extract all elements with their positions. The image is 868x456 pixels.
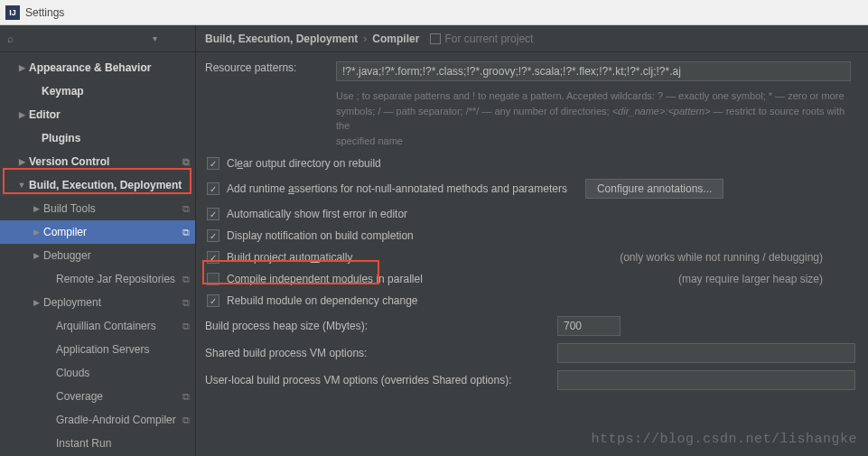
configure-annotations-button[interactable]: Configure annotations...	[585, 179, 723, 199]
sidebar-item[interactable]: ▶Appearance & Behavior	[0, 56, 195, 79]
row-shared-vm: Shared build process VM options:	[205, 343, 859, 363]
checkbox-label[interactable]: Build project automatically	[227, 251, 352, 264]
sidebar-item-label: Application Servers	[56, 343, 149, 356]
sidebar-item[interactable]: Arquillian Containers⧉	[0, 314, 195, 338]
sidebar-item-label: Debugger	[43, 249, 91, 262]
copy-icon: ⧉	[182, 203, 190, 215]
sidebar-item-label: Gradle-Android Compiler	[56, 414, 176, 426]
copy-icon: ⧉	[182, 156, 190, 168]
main: ⌕ ▾ ▶Appearance & BehaviorKeymap▶EditorP…	[0, 25, 868, 456]
check-row: Display notification on build completion	[205, 229, 859, 242]
checkbox-label[interactable]: Compile independent modules in parallel	[227, 273, 423, 285]
sidebar-item[interactable]: ▶Debugger	[0, 244, 195, 267]
sidebar-item[interactable]: ▼Build, Execution, Deployment	[0, 173, 195, 197]
chevron-right-icon[interactable]: ▶	[31, 228, 42, 237]
patterns-hint: Use ; to separate patterns and ! to nega…	[336, 88, 859, 148]
heap-label: Build process heap size (Mbytes):	[205, 320, 557, 332]
window-title: Settings	[25, 6, 64, 19]
checkbox[interactable]	[207, 229, 219, 242]
user-vm-label: User-local build process VM options (ove…	[205, 374, 557, 386]
titlebar: IJ Settings	[0, 0, 868, 25]
checkbox-label[interactable]: Automatically show first error in editor	[227, 208, 407, 220]
sidebar-item[interactable]: ▶Compiler⧉	[0, 220, 195, 244]
sidebar-item[interactable]: Clouds	[0, 361, 195, 385]
sidebar-item[interactable]: Remote Jar Repositories⧉	[0, 267, 195, 291]
sidebar-item-label: Arquillian Containers	[56, 320, 156, 332]
chevron-right-icon[interactable]: ▶	[31, 298, 42, 307]
checkbox[interactable]	[207, 273, 219, 285]
sidebar: ⌕ ▾ ▶Appearance & BehaviorKeymap▶EditorP…	[0, 25, 196, 456]
chevron-right-icon[interactable]: ▶	[31, 204, 42, 213]
search-icon: ⌕	[7, 33, 14, 45]
chevron-right-icon[interactable]: ▶	[16, 63, 27, 72]
chevron-down-icon[interactable]: ▼	[16, 181, 27, 190]
content: Build, Execution, Deployment › Compiler …	[196, 25, 868, 456]
check-row: Rebuild module on dependency change	[205, 294, 859, 307]
row-user-vm: User-local build process VM options (ove…	[205, 370, 859, 390]
copy-icon: ⧉	[182, 274, 190, 285]
row-resource-patterns: Resource patterns:	[205, 61, 859, 81]
check-note: (may require larger heap size)	[678, 273, 859, 285]
shared-vm-label: Shared build process VM options:	[205, 347, 557, 359]
form: Resource patterns: Use ; to separate pat…	[196, 52, 868, 390]
checkbox-label[interactable]: Clear output directory on rebuild	[227, 157, 381, 170]
watermark: https://blog.csdn.net/lishangke	[591, 432, 857, 447]
breadcrumb-sep: ›	[363, 33, 367, 45]
sidebar-item-label: Build Tools	[43, 202, 96, 215]
checkbox[interactable]	[207, 294, 219, 307]
check-note: (only works while not running / debuggin…	[620, 251, 859, 264]
sidebar-item-label: Version Control	[29, 155, 109, 168]
sidebar-item-label: Coverage	[56, 390, 103, 403]
checkbox[interactable]	[207, 251, 219, 264]
chevron-right-icon[interactable]: ▶	[16, 110, 27, 119]
sidebar-item[interactable]: Application Servers	[0, 338, 195, 361]
chevron-down-icon[interactable]: ▾	[153, 33, 157, 43]
sidebar-item-label: Editor	[29, 108, 61, 121]
sidebar-item[interactable]: Gradle-Android Compiler⧉	[0, 408, 195, 432]
check-row: Automatically show first error in editor	[205, 208, 859, 220]
check-row: Build project automatically(only works w…	[205, 251, 859, 264]
sidebar-item[interactable]: ▶Version Control⧉	[0, 150, 195, 173]
sidebar-item[interactable]: Coverage⧉	[0, 385, 195, 408]
chevron-right-icon[interactable]: ▶	[16, 157, 27, 166]
search-row[interactable]: ⌕ ▾	[0, 25, 195, 52]
sidebar-item[interactable]: ▶Build Tools⧉	[0, 197, 195, 220]
resource-patterns-input[interactable]	[336, 61, 851, 81]
checkbox[interactable]	[207, 208, 219, 220]
checkbox-label[interactable]: Rebuild module on dependency change	[227, 294, 418, 307]
sidebar-item-label: Clouds	[56, 367, 89, 379]
checks: Clear output directory on rebuildAdd run…	[205, 157, 859, 307]
sidebar-item[interactable]: ▶Deployment⧉	[0, 291, 195, 314]
sidebar-item-label: Build, Execution, Deployment	[29, 179, 182, 191]
user-vm-input[interactable]	[557, 370, 855, 390]
search-input[interactable]	[17, 33, 153, 45]
sidebar-item-label: Keymap	[42, 85, 84, 98]
copy-icon: ⧉	[182, 227, 190, 238]
sidebar-item[interactable]: Instant Run	[0, 432, 195, 455]
sidebar-item-label: Compiler	[43, 226, 87, 238]
breadcrumb-root[interactable]: Build, Execution, Deployment	[205, 33, 358, 45]
sidebar-item-label: Remote Jar Repositories	[56, 273, 175, 285]
app-icon: IJ	[5, 5, 20, 20]
sidebar-item-label: Plugins	[42, 132, 80, 144]
sidebar-item[interactable]: Keymap	[0, 79, 195, 103]
sidebar-item-label: Appearance & Behavior	[29, 61, 151, 74]
scope-icon	[430, 33, 441, 44]
heap-input[interactable]	[557, 316, 621, 336]
breadcrumb: Build, Execution, Deployment › Compiler …	[196, 25, 868, 52]
breadcrumb-leaf: Compiler	[372, 33, 419, 45]
sidebar-item[interactable]: Plugins	[0, 126, 195, 150]
chevron-right-icon[interactable]: ▶	[31, 251, 42, 260]
row-heap: Build process heap size (Mbytes):	[205, 316, 859, 336]
copy-icon: ⧉	[182, 297, 190, 309]
checkbox-label[interactable]: Display notification on build completion	[227, 229, 414, 242]
copy-icon: ⧉	[182, 414, 190, 426]
scope-label: For current project	[430, 33, 533, 45]
copy-icon: ⧉	[182, 321, 190, 332]
checkbox[interactable]	[207, 157, 219, 170]
resource-patterns-label: Resource patterns:	[205, 61, 336, 74]
sidebar-item[interactable]: ▶Editor	[0, 103, 195, 126]
checkbox-label[interactable]: Add runtime assertions for not-null-anno…	[227, 182, 567, 195]
checkbox[interactable]	[207, 182, 219, 195]
shared-vm-input[interactable]	[557, 343, 855, 363]
